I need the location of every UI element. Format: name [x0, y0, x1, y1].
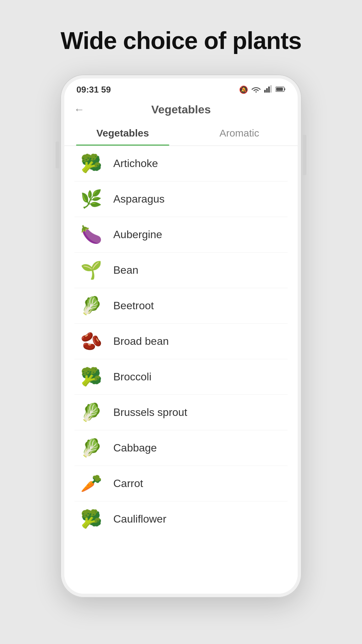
plant-name: Bean — [113, 264, 138, 276]
back-button[interactable]: ← — [74, 103, 84, 116]
plant-icon: 🍆 — [78, 224, 105, 245]
plant-name: Beetroot — [113, 300, 154, 312]
list-item[interactable]: 🥬Cabbage — [74, 430, 288, 466]
battery-icon — [276, 86, 286, 94]
status-time: 09:31 59 — [76, 85, 111, 95]
tab-aromatic[interactable]: Aromatic — [181, 121, 298, 146]
list-item[interactable]: 🥦Broccoli — [74, 359, 288, 395]
header-title: Vegetables — [151, 103, 211, 116]
plant-icon: 🥬 — [78, 296, 105, 316]
list-item[interactable]: 🥦Artichoke — [74, 146, 288, 181]
plant-icon: 🥬 — [78, 438, 105, 458]
svg-rect-3 — [270, 85, 272, 93]
status-hour: 09:31 — [76, 85, 99, 95]
plant-icon: 🥬 — [78, 402, 105, 423]
app-header: ← Vegetables — [64, 98, 298, 121]
svg-rect-6 — [276, 88, 283, 91]
plant-icon: 🌿 — [78, 189, 105, 209]
status-bar: 09:31 59 🔕 — [64, 78, 298, 98]
list-item[interactable]: 🌱Bean — [74, 253, 288, 288]
signal-icon — [264, 85, 272, 95]
plant-name: Aubergine — [113, 228, 162, 241]
svg-rect-0 — [264, 90, 266, 93]
plant-icon: 🌱 — [78, 260, 105, 280]
tab-bar: Vegetables Aromatic — [64, 121, 298, 146]
list-item[interactable]: 🥕Carrot — [74, 466, 288, 501]
svg-rect-2 — [268, 87, 270, 93]
list-item[interactable]: 🍆Aubergine — [74, 217, 288, 253]
phone-frame: 09:31 59 🔕 — [60, 74, 302, 598]
status-icons: 🔕 — [239, 85, 286, 95]
plant-icon: 🥦 — [78, 153, 105, 174]
tab-vegetables[interactable]: Vegetables — [64, 121, 181, 146]
plant-name: Asparagus — [113, 193, 165, 205]
status-seconds: 59 — [101, 85, 111, 95]
plant-name: Cabbage — [113, 442, 157, 454]
list-item[interactable]: 🌿Asparagus — [74, 181, 288, 217]
phone-screen: 09:31 59 🔕 — [64, 78, 298, 594]
plant-name: Broad bean — [113, 335, 169, 347]
plant-icon: 🥦 — [78, 509, 105, 529]
plant-name: Artichoke — [113, 157, 158, 170]
plant-name: Broccoli — [113, 371, 152, 383]
plant-name: Cauliflower — [113, 513, 166, 525]
plant-name: Carrot — [113, 477, 143, 490]
list-item[interactable]: 🥦Cauliflower — [74, 501, 288, 537]
list-item[interactable]: 🫘Broad bean — [74, 324, 288, 359]
svg-rect-1 — [266, 88, 268, 93]
bell-muted-icon: 🔕 — [239, 86, 248, 94]
list-item[interactable]: 🥬Beetroot — [74, 288, 288, 324]
wifi-icon — [251, 85, 261, 95]
list-item[interactable]: 🥬Brussels sprout — [74, 395, 288, 430]
plant-list: 🥦Artichoke🌿Asparagus🍆Aubergine🌱Bean🥬Beet… — [64, 146, 298, 594]
plant-icon: 🥕 — [78, 473, 105, 494]
plant-name: Brussels sprout — [113, 406, 187, 419]
plant-icon: 🥦 — [78, 367, 105, 387]
svg-rect-5 — [284, 88, 285, 90]
page-title: Wide choice of plants — [61, 27, 301, 54]
plant-icon: 🫘 — [78, 331, 105, 352]
